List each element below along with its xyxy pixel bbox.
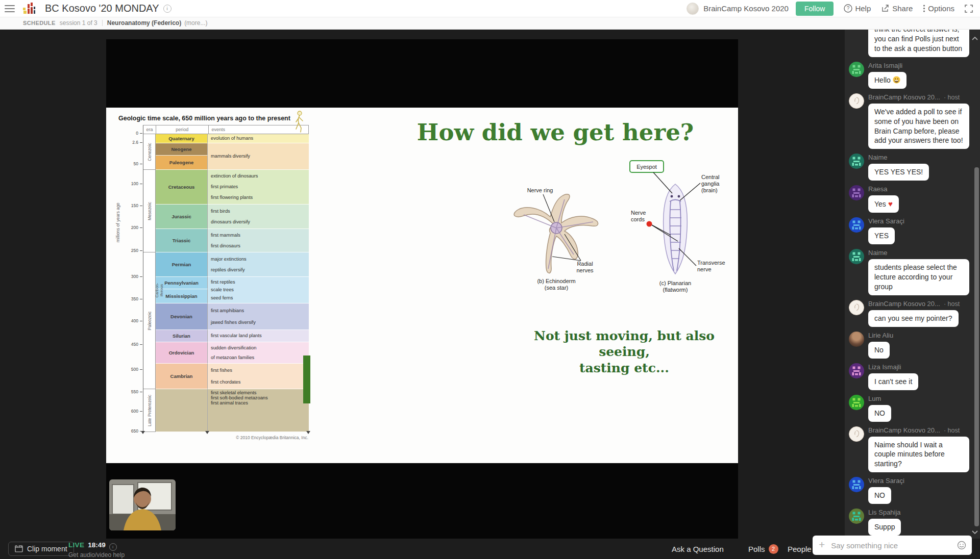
era-cell: Paleozoic <box>143 252 156 389</box>
era-cell: Cenozoic <box>143 134 156 170</box>
polls-button[interactable]: Polls 2 <box>748 539 778 559</box>
events-cell: mammals diversify <box>208 143 309 170</box>
chat-message-group: Lis SpahijaSuppp <box>845 504 973 536</box>
chat-author: BrainCamp Kosovo 20...· host <box>868 300 973 308</box>
column-end-arrow <box>306 431 310 434</box>
walking-human-icon <box>293 111 305 133</box>
schedule-label: SCHEDULE <box>23 20 56 26</box>
top-header: BC Kosovo '20 MONDAY i BrainCamp Kosovo … <box>0 0 980 17</box>
period-cell: Quaternary <box>156 134 208 143</box>
heart-emoji: ♥ <box>886 199 893 208</box>
events-cell: extinction of dinosaursfirst primatesfir… <box>208 170 309 205</box>
period-cell: Paleogene <box>156 156 208 170</box>
live-info-icon[interactable]: i <box>109 543 117 551</box>
event-info-icon[interactable]: i <box>163 5 172 13</box>
events-cell: evolution of humans <box>208 134 309 143</box>
chat-bubble: We've added a poll to see if some of you… <box>868 104 969 149</box>
era-cell: Mesozoic <box>143 170 156 252</box>
chat-bubble: NO <box>868 405 891 422</box>
host-tag: · host <box>944 300 960 308</box>
chat-author: Raesa <box>868 185 973 193</box>
period-cell: Pennsylvanian <box>156 277 208 289</box>
period-cell: Triassic <box>156 229 208 252</box>
period-cell: Mississippian <box>156 289 208 303</box>
channel-name[interactable]: BrainCamp Kosovo 2020 <box>703 4 789 13</box>
label-nerve-cords-1: Nerve <box>631 210 646 216</box>
options-button[interactable]: Options <box>923 4 954 13</box>
video-stage: Geologic time scale, 650 million years a… <box>106 39 738 539</box>
chat-author: BrainCamp Kosovo 20...· host <box>868 93 973 101</box>
chat-bubble: No <box>868 342 890 359</box>
chat-author: Arita Ismajli <box>868 62 973 69</box>
photo-avatar <box>849 332 864 347</box>
events-cell: first reptilesscale treesseed ferns <box>208 277 309 303</box>
label-transverse-nerve-1: Transverse <box>697 260 725 266</box>
schedule-bar: SCHEDULE session 1 of 3 Neuroanatomy (Fe… <box>0 17 980 30</box>
chat-message-group: LumNO <box>845 390 973 422</box>
chat-bubble: Every now and then we will have polls wh… <box>868 29 969 57</box>
chat-bubble: NO <box>868 487 891 504</box>
presentation-slide: Geologic time scale, 650 million years a… <box>106 108 738 463</box>
caption-planarian-1: (c) Planarian <box>659 280 691 286</box>
chat-message-group: BrainCamp Kosovo 20...· hostcan you see … <box>845 295 973 327</box>
chat-bubble: YES YES YES! <box>868 164 929 181</box>
label-radial-nerves-1: Radial <box>577 261 593 267</box>
period-cell: Ordovician <box>156 342 208 364</box>
chat-author: BrainCamp Kosovo 20...· host <box>868 426 973 434</box>
emoji-picker-icon[interactable] <box>957 541 966 550</box>
chat-avatar-slot <box>849 149 864 181</box>
polls-count-badge: 2 <box>769 544 778 554</box>
fullscreen-icon[interactable] <box>965 5 973 13</box>
period-cell: Permian <box>156 252 208 277</box>
period-cell: Cretaceous <box>156 170 208 205</box>
slide-heading: How did we get here? <box>412 119 698 146</box>
av-help-link[interactable]: Get audio/video help <box>68 551 125 559</box>
kebab-menu-icon <box>923 4 925 13</box>
schedule-more-link[interactable]: (more...) <box>184 19 207 27</box>
period-cell <box>156 389 208 432</box>
pixel-avatar <box>849 395 864 410</box>
chat-message-group: Every now and then we will have polls wh… <box>845 29 973 57</box>
follow-button[interactable]: Follow <box>796 2 834 16</box>
ask-a-question-button[interactable]: Ask a Question <box>672 539 724 559</box>
chat-message-group: RaesaYes ♥ <box>845 181 973 213</box>
host-avatar <box>849 93 864 109</box>
chat-input-box[interactable]: + <box>813 536 972 555</box>
period-cell: Silurian <box>156 330 208 342</box>
chat-scrollbar-thumb[interactable] <box>974 167 979 526</box>
clip-moment-button[interactable]: Clip moment <box>8 542 74 556</box>
chat-scroll-down-icon[interactable] <box>972 530 978 535</box>
attach-plus-icon[interactable]: + <box>819 539 825 551</box>
chat-author: Vlera Saraçi <box>868 217 973 225</box>
pixel-avatar <box>849 62 864 77</box>
chat-author: Lis Spahija <box>868 509 973 516</box>
chat-scroll-up-icon[interactable] <box>972 36 978 40</box>
app-window: BC Kosovo '20 MONDAY i BrainCamp Kosovo … <box>0 0 980 559</box>
caption-planarian-2: (flatworm) <box>663 287 688 293</box>
chat-avatar-slot <box>849 57 864 89</box>
live-timer: 18:49 <box>88 541 106 549</box>
chat-message-input[interactable] <box>830 541 951 550</box>
events-cell: sudden diversificationof metazoan famili… <box>208 342 309 364</box>
events-cell: first amphibiansjawed fishes diversify <box>208 303 309 330</box>
slide-subtext: Not just moving, but also seeing, tastin… <box>530 328 719 376</box>
hamburger-menu-icon[interactable] <box>5 5 15 12</box>
host-tag: · host <box>944 94 960 101</box>
chat-avatar-slot <box>849 181 864 213</box>
chat-message-group: Naimestudents please select the lecture … <box>845 244 973 295</box>
chat-bubble: Naime should I wait a couple minutes bef… <box>868 437 969 473</box>
channel-avatar[interactable] <box>687 3 699 15</box>
chat-bubble: can you see my pointer? <box>868 310 959 327</box>
share-button[interactable]: Share <box>881 4 913 13</box>
help-button[interactable]: ? Help <box>844 4 871 13</box>
schedule-session: session 1 of 3 <box>60 19 97 27</box>
chat-author: Liza Ismajli <box>868 363 973 371</box>
braincamp-logo <box>22 3 38 15</box>
chat-avatar-slot <box>849 359 864 390</box>
schedule-current-session: Neuroanatomy (Federico) <box>107 19 181 27</box>
bottom-bar: Clip moment LIVE18:49i Get audio/video h… <box>0 539 980 559</box>
presenter-webcam-thumbnail[interactable] <box>109 479 176 530</box>
presenter-pointer-bar <box>303 355 310 403</box>
chat-bubble: I can't see it <box>868 373 918 390</box>
pixel-avatar <box>849 509 864 524</box>
